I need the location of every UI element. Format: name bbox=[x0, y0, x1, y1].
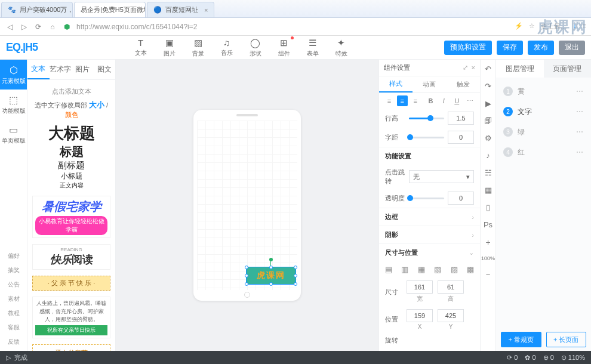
page-item[interactable]: 1黄⋯ bbox=[501, 81, 586, 101]
status-item[interactable]: ⊕ 0 bbox=[543, 354, 554, 362]
canvas[interactable]: 虎课网 bbox=[116, 60, 378, 351]
opacity-slider[interactable] bbox=[409, 198, 444, 199]
template-card[interactable]: · 爱在父亲节 · bbox=[32, 344, 110, 351]
star-icon[interactable]: ☆ bbox=[529, 22, 535, 31]
rail2-icon[interactable]: Ps bbox=[484, 220, 492, 229]
shield-icon[interactable]: ⬢ bbox=[62, 22, 72, 32]
play-icon[interactable]: ▷ bbox=[6, 354, 11, 362]
style-body[interactable]: 正文内容 bbox=[32, 181, 110, 190]
opacity-input[interactable] bbox=[448, 192, 474, 205]
bold-icon[interactable]: B bbox=[426, 95, 436, 106]
template-card[interactable]: · 父 亲 节 快 乐 · bbox=[32, 276, 110, 291]
rail-link[interactable]: 教程 bbox=[8, 309, 20, 317]
close-icon[interactable]: × bbox=[472, 64, 475, 72]
rail-link[interactable]: 反馈 bbox=[8, 338, 20, 346]
rail2-icon[interactable]: ▦ bbox=[485, 186, 492, 195]
pages-tab-图层管理[interactable]: 图层管理 bbox=[496, 60, 544, 78]
letter-spacing-input[interactable] bbox=[448, 131, 474, 144]
保存-button[interactable]: 保存 bbox=[497, 41, 523, 55]
underline-icon[interactable]: U bbox=[451, 95, 462, 106]
browser-tab[interactable]: 易企秀|免费H5页面微场… × bbox=[74, 2, 146, 17]
status-item[interactable]: ⊙ 110% bbox=[561, 354, 585, 362]
pages-tab-页面管理[interactable]: 页面管理 bbox=[544, 60, 592, 78]
phone-screen[interactable]: 虎课网 bbox=[197, 121, 297, 290]
page-item[interactable]: 3绿⋯ bbox=[501, 122, 586, 142]
letter-spacing-slider[interactable] bbox=[409, 137, 444, 138]
more-icon[interactable]: ⋯ bbox=[576, 148, 584, 156]
rail-link[interactable]: 偏好 bbox=[8, 252, 20, 260]
rail-link[interactable]: 素材 bbox=[8, 295, 20, 303]
align-left-icon[interactable]: ≡ bbox=[384, 95, 395, 106]
rail-功能模版[interactable]: ⬚功能模版 bbox=[0, 90, 27, 119]
resize-handle[interactable] bbox=[245, 266, 248, 269]
prop-tab-样式[interactable]: 样式 bbox=[379, 76, 413, 92]
align-icon[interactable]: ▨ bbox=[451, 265, 458, 274]
zoom-in-icon[interactable]: + bbox=[485, 237, 490, 247]
home-icon[interactable]: ⌂ bbox=[48, 22, 57, 32]
resize-handle[interactable] bbox=[294, 282, 297, 286]
style-h3[interactable]: 副标题 bbox=[32, 160, 110, 171]
rail-元素模版[interactable]: ⬡元素模版 bbox=[0, 60, 27, 90]
page-item[interactable]: 2文字⋯ bbox=[501, 101, 586, 122]
template-card[interactable]: 暑假宅家学 小易教育让你轻轻松松做学霸 bbox=[32, 196, 110, 238]
add-long-page-button[interactable]: + 长页面 bbox=[546, 332, 587, 347]
rail-link[interactable]: 公告 bbox=[8, 280, 20, 289]
tool-背景[interactable]: ▨背景 bbox=[192, 38, 204, 58]
rail2-icon[interactable]: ♪ bbox=[486, 151, 490, 160]
align-right-icon[interactable]: ≡ bbox=[410, 95, 421, 106]
resize-handle[interactable] bbox=[269, 266, 273, 269]
rail2-icon[interactable]: ↷ bbox=[485, 82, 491, 91]
link-select[interactable]: 无▾ bbox=[409, 170, 474, 183]
italic-icon[interactable]: I bbox=[438, 95, 449, 106]
tool-形状[interactable]: ◯形状 bbox=[250, 38, 261, 58]
rail2-icon[interactable]: ⚙ bbox=[485, 134, 492, 143]
menu-icon[interactable]: ≡ bbox=[583, 22, 586, 31]
x-input[interactable] bbox=[407, 309, 433, 322]
tool-文本[interactable]: T文本 bbox=[135, 38, 147, 58]
more-icon[interactable]: ⋯ bbox=[464, 95, 475, 106]
tool-表单[interactable]: ☰表单 bbox=[307, 38, 319, 58]
align-center-icon[interactable]: ≡ bbox=[397, 95, 408, 106]
page-item[interactable]: 4红⋯ bbox=[501, 142, 586, 162]
rail2-icon[interactable]: ▯ bbox=[486, 203, 490, 212]
style-h2[interactable]: 标题 bbox=[32, 144, 110, 160]
left-tab-图文[interactable]: 图文 bbox=[93, 60, 115, 79]
line-height-slider[interactable] bbox=[409, 118, 444, 119]
template-card[interactable]: READING 快乐阅读 bbox=[32, 244, 110, 270]
align-icon[interactable]: ▧ bbox=[434, 265, 441, 274]
close-icon[interactable]: × bbox=[204, 7, 208, 14]
browser-tab[interactable]: 🔵 百度短网址 × bbox=[147, 2, 214, 17]
left-tab-图片[interactable]: 图片 bbox=[72, 60, 94, 79]
rail-link[interactable]: 抽奖 bbox=[8, 266, 20, 274]
template-card[interactable]: 人生路上，曾历遍风霜。唏嘘感慨，曾充斥心房。呵护家人，用那坚强的臂膀。 祝所有父… bbox=[32, 297, 110, 338]
resize-handle[interactable] bbox=[269, 282, 273, 286]
forward-icon[interactable]: ▷ bbox=[19, 22, 29, 32]
add-regular-page-button[interactable]: + 常规页 bbox=[501, 332, 541, 347]
back-icon[interactable]: ◁ bbox=[5, 22, 14, 32]
left-tab-文本[interactable]: 文本 bbox=[27, 60, 50, 79]
align-icon[interactable]: ▤ bbox=[385, 265, 392, 274]
resize-handle[interactable] bbox=[294, 266, 297, 269]
align-icon[interactable]: ▦ bbox=[418, 265, 425, 274]
more-icon[interactable]: ⋯ bbox=[576, 128, 584, 136]
height-input[interactable] bbox=[438, 280, 464, 294]
more-icon[interactable]: ⋯ bbox=[576, 107, 584, 116]
more-icon[interactable]: ⋯ bbox=[576, 87, 584, 95]
status-item[interactable]: ✿ 0 bbox=[525, 354, 535, 362]
align-icon[interactable]: ▩ bbox=[467, 265, 474, 274]
prop-tab-触发[interactable]: 触发 bbox=[447, 76, 480, 92]
预览和设置-button[interactable]: 预览和设置 bbox=[444, 41, 492, 55]
resize-handle[interactable] bbox=[245, 274, 248, 277]
selected-text-element[interactable]: 虎课网 bbox=[246, 267, 296, 285]
shadow-section[interactable]: 阴影› bbox=[379, 226, 480, 243]
rail2-icon[interactable]: ▶ bbox=[485, 99, 491, 108]
url-input[interactable]: http://www.eqxiu.com/c/16541044?i=2 bbox=[76, 23, 510, 31]
rail-单页模版[interactable]: ▭单页模版 bbox=[0, 119, 27, 149]
refresh-icon[interactable]: ⟳ bbox=[33, 22, 43, 32]
logo[interactable]: EQ.|H5 bbox=[6, 41, 38, 54]
prop-tab-动画[interactable]: 动画 bbox=[413, 76, 446, 92]
browser-tab[interactable]: 🐾 用户突破4000万，易企… × bbox=[1, 2, 73, 17]
zoom-out-icon[interactable]: − bbox=[486, 270, 491, 279]
tool-特效[interactable]: ✦特效 bbox=[335, 38, 347, 58]
border-section[interactable]: 边框› bbox=[379, 208, 480, 226]
